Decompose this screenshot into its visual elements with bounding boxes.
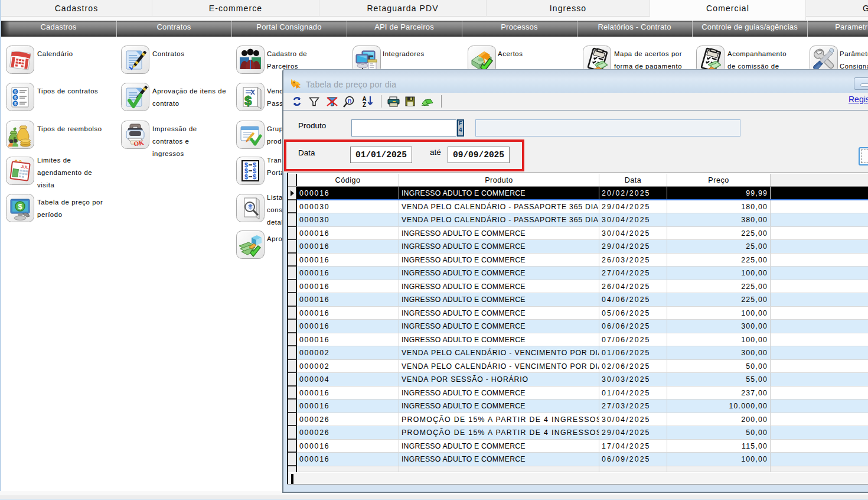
- svg-text:$: $: [244, 173, 248, 180]
- svg-text:$: $: [14, 89, 17, 95]
- svg-text:$: $: [244, 93, 252, 108]
- svg-text:$: $: [253, 173, 256, 180]
- svg-text:$: $: [18, 202, 22, 211]
- svg-text:$: $: [14, 95, 17, 100]
- svg-text:$: $: [14, 101, 17, 106]
- svg-text:Z: Z: [363, 102, 366, 108]
- svg-text:n: n: [348, 97, 352, 104]
